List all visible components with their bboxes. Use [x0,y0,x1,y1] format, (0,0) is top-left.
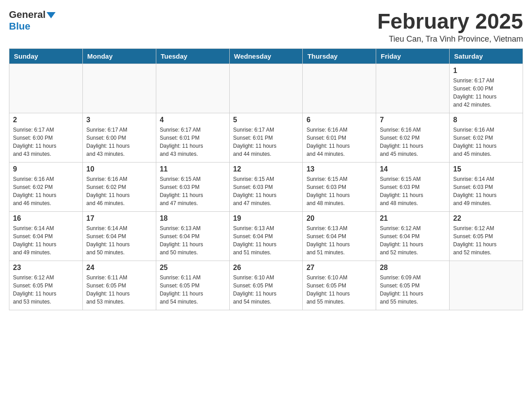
day-info: Sunrise: 6:13 AMSunset: 6:04 PMDaylight:… [306,224,372,257]
day-info: Sunrise: 6:09 AMSunset: 6:05 PMDaylight:… [380,274,446,306]
week-row-2: 2Sunrise: 6:17 AMSunset: 6:00 PMDaylight… [9,113,523,163]
week-row-3: 9Sunrise: 6:16 AMSunset: 6:02 PMDaylight… [9,163,523,212]
day-number: 22 [453,214,519,223]
day-number: 11 [160,165,226,173]
calendar-cell: 11Sunrise: 6:15 AMSunset: 6:03 PMDayligh… [156,163,229,212]
header-saturday: Saturday [450,49,523,64]
day-number: 3 [86,116,152,124]
calendar-cell: 19Sunrise: 6:13 AMSunset: 6:04 PMDayligh… [229,212,303,261]
calendar-cell: 20Sunrise: 6:13 AMSunset: 6:04 PMDayligh… [303,212,376,261]
calendar-cell: 7Sunrise: 6:16 AMSunset: 6:02 PMDaylight… [376,113,450,163]
day-number: 1 [453,67,519,75]
day-info: Sunrise: 6:15 AMSunset: 6:03 PMDaylight:… [233,175,299,207]
day-info: Sunrise: 6:14 AMSunset: 6:04 PMDaylight:… [13,224,79,257]
calendar-cell: 8Sunrise: 6:16 AMSunset: 6:02 PMDaylight… [450,113,523,163]
day-number: 12 [233,165,299,173]
day-number: 20 [306,214,372,223]
day-info: Sunrise: 6:15 AMSunset: 6:03 PMDaylight:… [306,175,372,207]
day-info: Sunrise: 6:16 AMSunset: 6:02 PMDaylight:… [453,126,519,158]
day-info: Sunrise: 6:17 AMSunset: 6:00 PMDaylight:… [453,77,519,109]
day-info: Sunrise: 6:14 AMSunset: 6:03 PMDaylight:… [453,175,519,207]
day-number: 9 [13,165,79,173]
day-number: 13 [306,165,372,173]
header-sunday: Sunday [9,49,83,64]
calendar-cell: 1Sunrise: 6:17 AMSunset: 6:00 PMDaylight… [450,64,523,113]
calendar-cell [450,261,523,310]
calendar-cell [156,64,229,113]
day-info: Sunrise: 6:12 AMSunset: 6:05 PMDaylight:… [13,274,79,306]
day-number: 17 [86,214,152,223]
logo-general-text: General [9,9,46,21]
calendar-cell: 28Sunrise: 6:09 AMSunset: 6:05 PMDayligh… [376,261,450,310]
day-info: Sunrise: 6:12 AMSunset: 6:05 PMDaylight:… [453,224,519,257]
calendar-title: February 2025 [377,9,523,34]
day-number: 15 [453,165,519,173]
calendar-cell [82,64,156,113]
logo-blue-part [46,12,56,17]
day-number: 10 [86,165,152,173]
calendar-cell: 12Sunrise: 6:15 AMSunset: 6:03 PMDayligh… [229,163,303,212]
logo-triangle-icon [47,12,56,18]
day-number: 8 [453,116,519,124]
day-info: Sunrise: 6:13 AMSunset: 6:04 PMDaylight:… [160,224,226,257]
header-tuesday: Tuesday [156,49,229,64]
day-number: 16 [13,214,79,223]
day-number: 25 [160,264,226,272]
calendar-cell [376,64,450,113]
calendar-cell: 2Sunrise: 6:17 AMSunset: 6:00 PMDaylight… [9,113,83,163]
day-number: 23 [13,264,79,272]
calendar-cell: 26Sunrise: 6:10 AMSunset: 6:05 PMDayligh… [229,261,303,310]
day-info: Sunrise: 6:11 AMSunset: 6:05 PMDaylight:… [86,274,152,306]
day-number: 28 [380,264,446,272]
calendar-cell: 6Sunrise: 6:16 AMSunset: 6:01 PMDaylight… [303,113,376,163]
calendar-cell: 16Sunrise: 6:14 AMSunset: 6:04 PMDayligh… [9,212,83,261]
day-number: 27 [306,264,372,272]
week-row-5: 23Sunrise: 6:12 AMSunset: 6:05 PMDayligh… [9,261,523,310]
week-row-1: 1Sunrise: 6:17 AMSunset: 6:00 PMDaylight… [9,64,523,113]
day-info: Sunrise: 6:10 AMSunset: 6:05 PMDaylight:… [306,274,372,306]
day-number: 18 [160,214,226,223]
calendar-cell: 5Sunrise: 6:17 AMSunset: 6:01 PMDaylight… [229,113,303,163]
day-number: 4 [160,116,226,124]
header-thursday: Thursday [303,49,376,64]
day-info: Sunrise: 6:15 AMSunset: 6:03 PMDaylight:… [380,175,446,207]
calendar-cell: 25Sunrise: 6:11 AMSunset: 6:05 PMDayligh… [156,261,229,310]
calendar-cell [9,64,83,113]
day-info: Sunrise: 6:16 AMSunset: 6:01 PMDaylight:… [306,126,372,158]
week-row-4: 16Sunrise: 6:14 AMSunset: 6:04 PMDayligh… [9,212,523,261]
calendar-cell: 4Sunrise: 6:17 AMSunset: 6:01 PMDaylight… [156,113,229,163]
header-friday: Friday [376,49,450,64]
calendar-cell: 21Sunrise: 6:12 AMSunset: 6:04 PMDayligh… [376,212,450,261]
day-info: Sunrise: 6:15 AMSunset: 6:03 PMDaylight:… [160,175,226,207]
calendar-cell: 13Sunrise: 6:15 AMSunset: 6:03 PMDayligh… [303,163,376,212]
day-number: 2 [13,116,79,124]
calendar-cell: 27Sunrise: 6:10 AMSunset: 6:05 PMDayligh… [303,261,376,310]
day-info: Sunrise: 6:10 AMSunset: 6:05 PMDaylight:… [233,274,299,306]
calendar-cell: 10Sunrise: 6:16 AMSunset: 6:02 PMDayligh… [82,163,156,212]
title-section: February 2025 Tieu Can, Tra Vinh Provinc… [377,9,523,44]
day-info: Sunrise: 6:16 AMSunset: 6:02 PMDaylight:… [380,126,446,158]
day-number: 6 [306,116,372,124]
calendar-cell: 17Sunrise: 6:14 AMSunset: 6:04 PMDayligh… [82,212,156,261]
day-number: 14 [380,165,446,173]
calendar-header-row: SundayMondayTuesdayWednesdayThursdayFrid… [9,49,523,64]
day-info: Sunrise: 6:17 AMSunset: 6:00 PMDaylight:… [13,126,79,158]
day-info: Sunrise: 6:16 AMSunset: 6:02 PMDaylight:… [13,175,79,207]
calendar-cell: 23Sunrise: 6:12 AMSunset: 6:05 PMDayligh… [9,261,83,310]
day-info: Sunrise: 6:11 AMSunset: 6:05 PMDaylight:… [160,274,226,306]
day-number: 5 [233,116,299,124]
day-info: Sunrise: 6:12 AMSunset: 6:04 PMDaylight:… [380,224,446,257]
day-info: Sunrise: 6:14 AMSunset: 6:04 PMDaylight:… [86,224,152,257]
location-subtitle: Tieu Can, Tra Vinh Province, Vietnam [377,34,523,44]
header-wednesday: Wednesday [229,49,303,64]
calendar-cell: 22Sunrise: 6:12 AMSunset: 6:05 PMDayligh… [450,212,523,261]
day-info: Sunrise: 6:13 AMSunset: 6:04 PMDaylight:… [233,224,299,257]
day-info: Sunrise: 6:17 AMSunset: 6:01 PMDaylight:… [160,126,226,158]
calendar-cell [229,64,303,113]
calendar-cell: 15Sunrise: 6:14 AMSunset: 6:03 PMDayligh… [450,163,523,212]
header-monday: Monday [82,49,156,64]
calendar-cell: 24Sunrise: 6:11 AMSunset: 6:05 PMDayligh… [82,261,156,310]
logo-blue-text: Blue [9,21,30,32]
calendar-cell: 18Sunrise: 6:13 AMSunset: 6:04 PMDayligh… [156,212,229,261]
day-number: 19 [233,214,299,223]
